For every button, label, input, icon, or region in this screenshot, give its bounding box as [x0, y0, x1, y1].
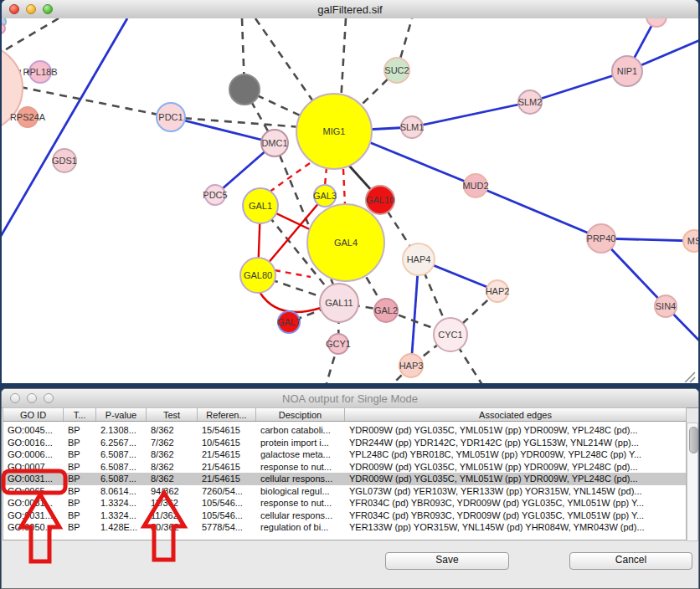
node-label-CYC1: CYC1 — [438, 330, 462, 340]
column-header-2[interactable]: P-value — [96, 408, 147, 421]
table-row[interactable]: GO:0031...BP1.3324...11/362105/546...res… — [3, 497, 686, 510]
node-label-GAL2: GAL2 — [374, 305, 398, 315]
close-button[interactable] — [9, 4, 19, 14]
node-gray-node[interactable] — [229, 74, 260, 105]
column-header-1[interactable]: T... — [64, 408, 96, 421]
table-row[interactable]: GO:0050...BP1.428E...80/3625778/54...reg… — [3, 521, 686, 534]
table-row[interactable]: GO:0007...BP6.5087...8/36221/54615respon… — [3, 461, 686, 474]
cell-description: carbon cataboli... — [256, 424, 345, 437]
edge-blue — [412, 102, 530, 127]
node-label-MUD2: MUD2 — [462, 181, 488, 191]
cell-test: 11/362 — [147, 510, 198, 522]
save-button[interactable]: Save — [385, 552, 509, 570]
table-body: GO:0045...BP2.1308...8/36215/54615carbon… — [3, 422, 687, 540]
cell-associated_edges: YPL248C (pd) YBR018C, YML051W (pp) YDR00… — [345, 448, 686, 461]
column-header-5[interactable]: Desciption — [256, 408, 345, 421]
cell-description: regulation of bi... — [256, 521, 345, 534]
node-label-RPL18B: RPL18B — [23, 67, 58, 77]
cell-description: cellular respons... — [256, 473, 345, 485]
cell-description: galactose meta... — [256, 448, 345, 461]
edge-reddash — [343, 169, 345, 205]
node-tiny-pink[interactable] — [2, 23, 5, 33]
cell-p_value: 6.5087... — [96, 461, 147, 474]
node-label-GCY1: GCY1 — [326, 339, 351, 349]
scrollbar-thumb[interactable] — [689, 427, 698, 453]
table-row[interactable]: GO:0031...BP6.5087...8/36221/54615cellul… — [3, 473, 686, 485]
node-label-SLM1: SLM1 — [400, 122, 425, 132]
cell-test: 8/362 — [147, 461, 198, 474]
cell-associated_edges: YFR034C (pd) YBR093C, YDR009W (pd) YGL03… — [345, 497, 686, 510]
zoom-button-inactive[interactable] — [44, 393, 54, 403]
cell-description: response to nut... — [256, 497, 345, 510]
cell-test: 94/362 — [147, 485, 198, 498]
minimize-button[interactable] — [26, 4, 36, 14]
cancel-button[interactable]: Cancel — [569, 552, 692, 570]
node-node-top-right[interactable] — [646, 18, 667, 27]
cell-test: 7/362 — [147, 437, 198, 449]
cell-description: biological regul... — [256, 485, 345, 498]
cell-reference: 10/54615 — [198, 437, 256, 449]
cell-p_value: 8.0614... — [96, 485, 147, 498]
resize-grip[interactable] — [683, 371, 697, 382]
node-label-HAP3: HAP3 — [399, 361, 424, 371]
node-label-NIP1: NIP1 — [617, 66, 637, 76]
cell-type: BP — [64, 461, 96, 474]
edge-blue — [2, 18, 127, 238]
node-label-DMC1: DMC1 — [261, 138, 287, 148]
cell-test: 8/362 — [147, 448, 198, 461]
table-row[interactable]: GO:0016...BP6.2567...7/36210/54615protei… — [3, 437, 686, 449]
cell-go_id: GO:0045... — [3, 424, 64, 437]
cell-reference: 7260/54... — [198, 485, 256, 498]
column-header-0[interactable]: GO ID — [3, 408, 64, 421]
cell-test: 80/362 — [147, 521, 198, 534]
edge-dash — [2, 18, 59, 52]
vertical-scrollbar[interactable] — [687, 423, 698, 541]
node-label-PDC1: PDC1 — [158, 112, 183, 122]
node-label-GAL3: GAL3 — [313, 191, 337, 201]
table-row[interactable]: GO:0065...BP8.0614...94/3627260/54...bio… — [3, 485, 686, 498]
minimize-button-inactive[interactable] — [27, 393, 37, 403]
cell-go_id: GO:0031... — [3, 497, 64, 510]
cell-test: 8/362 — [147, 473, 198, 485]
table-row[interactable]: GO:0031...BP1.3324...11/362105/546...cel… — [3, 510, 686, 522]
edge-blue — [369, 142, 476, 186]
cell-type: BP — [64, 510, 96, 522]
network-titlebar[interactable]: galFiltered.sif — [2, 0, 698, 19]
cell-type: BP — [64, 448, 96, 461]
cell-reference: 21/54615 — [198, 473, 256, 485]
cell-reference: 21/54615 — [198, 461, 256, 474]
node-label-SUC2: SUC2 — [384, 65, 409, 75]
noa-titlebar[interactable]: NOA output for Single Mode — [2, 389, 698, 408]
node-label-GAL4: GAL4 — [334, 238, 358, 248]
edge-arc-red — [260, 292, 321, 312]
cell-associated_edges: YGL073W (pd) YER103W, YER133W (pp) YOR31… — [345, 485, 686, 498]
zoom-button[interactable] — [43, 4, 53, 14]
node-label-MSN: MS — [687, 236, 698, 246]
cell-type: BP — [64, 473, 96, 485]
cell-go_id: GO:0065... — [3, 485, 64, 498]
cell-test: 8/362 — [147, 424, 198, 437]
edge-blue — [171, 117, 275, 143]
column-header-3[interactable]: Test — [147, 408, 198, 421]
cell-p_value: 2.1308... — [96, 424, 147, 437]
table-row[interactable]: GO:0045...BP2.1308...8/36215/54615carbon… — [3, 424, 686, 437]
cell-reference: 105/546... — [198, 510, 256, 522]
edge-reddash — [275, 270, 311, 277]
cell-test: 11/362 — [147, 497, 198, 510]
close-button-inactive[interactable] — [10, 393, 20, 403]
cell-reference: 5778/54... — [198, 521, 256, 534]
window-title: galFiltered.sif — [2, 3, 698, 16]
node-label-GDS1: GDS1 — [52, 156, 77, 166]
table-row[interactable]: GO:0006...BP6.5087...8/36221/54615galact… — [3, 448, 686, 461]
cell-associated_edges: YFR034C (pd) YBR093C, YDR009W (pd) YGL03… — [345, 510, 686, 522]
node-label-HAP4: HAP4 — [407, 254, 431, 264]
cell-p_value: 6.2567... — [96, 437, 147, 449]
cell-p_value: 6.5087... — [96, 448, 147, 461]
cell-go_id: GO:0031... — [3, 473, 64, 485]
column-header-4[interactable]: Referen... — [198, 408, 256, 421]
table-header-row: GO IDT...P-valueTestReferen...Desciption… — [3, 407, 687, 422]
cell-go_id: GO:0007... — [3, 461, 64, 474]
network-canvas[interactable]: RPL18BRPS24AGDS1PDC1DMC1MIG1SUC2SLM1SLM2… — [2, 18, 698, 383]
node-label-GAL7: GAL7 — [277, 317, 301, 327]
column-header-6[interactable]: Associated edges — [345, 408, 687, 421]
